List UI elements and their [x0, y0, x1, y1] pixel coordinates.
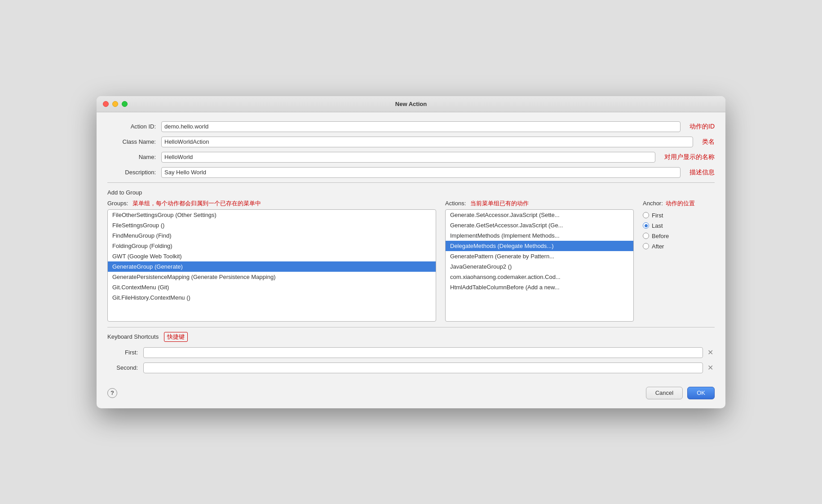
name-input[interactable]: [161, 152, 655, 163]
list-item[interactable]: FileOtherSettingsGroup (Other Settings): [108, 210, 436, 220]
class-name-label: Class Name:: [107, 138, 161, 145]
class-name-row: Class Name: 类名: [107, 137, 715, 147]
anchor-radio-before[interactable]: Before: [643, 233, 715, 239]
anchor-radio-last[interactable]: Last: [643, 222, 715, 229]
divider-1: [107, 182, 715, 183]
shortcuts-header: Keyboard Shortcuts 快捷键: [107, 332, 715, 342]
shortcut-first-clear[interactable]: ✕: [706, 348, 715, 357]
action-id-input[interactable]: [161, 121, 681, 132]
list-item[interactable]: ImplementMethods (Implement Methods...: [446, 230, 633, 241]
description-input[interactable]: [161, 167, 681, 178]
actions-annotation: 当前菜单组已有的动作: [470, 199, 529, 208]
list-item[interactable]: GeneratePattern (Generate by Pattern...: [446, 251, 633, 261]
cancel-button[interactable]: Cancel: [646, 387, 683, 399]
list-item-selected[interactable]: GenerateGroup (Generate): [108, 261, 436, 272]
anchor-label: Anchor:: [643, 200, 663, 207]
list-item[interactable]: FileSettingsGroup (): [108, 220, 436, 230]
radio-circle-before: [643, 233, 649, 239]
class-name-annotation: 类名: [702, 138, 715, 146]
name-annotation: 对用户显示的名称: [664, 153, 715, 161]
anchor-radio-after[interactable]: After: [643, 243, 715, 250]
shortcut-second-clear[interactable]: ✕: [706, 363, 715, 372]
list-item[interactable]: Generate.GetSetAccessor.JavaScript (Ge..…: [446, 220, 633, 230]
list-item[interactable]: Git.ContextMenu (Git): [108, 282, 436, 292]
maximize-button[interactable]: [122, 101, 128, 107]
main-window: New Action Action ID: 动作的ID Class Name: …: [97, 96, 725, 408]
list-item[interactable]: com.xiaohansong.codemaker.action.Cod...: [446, 272, 633, 282]
dialog-content: Action ID: 动作的ID Class Name: 类名 Name: 对用…: [97, 112, 725, 408]
divider-2: [107, 327, 715, 327]
groups-actions-row: Groups: 菜单组，每个动作都会归属到一个已存在的菜单中 FileOther…: [107, 199, 715, 322]
groups-panel: Groups: 菜单组，每个动作都会归属到一个已存在的菜单中 FileOther…: [107, 199, 436, 322]
anchor-radio-group: First Last Before After: [643, 209, 715, 252]
shortcut-second-label: Second:: [107, 364, 143, 371]
list-item[interactable]: FindMenuGroup (Find): [108, 230, 436, 241]
shortcuts-section: Keyboard Shortcuts 快捷键 First: ✕ Second: …: [107, 332, 715, 373]
anchor-panel: Anchor: 动作的位置 First Last Before: [643, 199, 715, 252]
action-id-row: Action ID: 动作的ID: [107, 121, 715, 132]
actions-header: Actions: 当前菜单组已有的动作: [445, 199, 634, 208]
radio-circle-first: [643, 212, 649, 218]
list-item-selected[interactable]: DelegateMethods (Delegate Methods...): [446, 241, 633, 251]
groups-listbox[interactable]: FileOtherSettingsGroup (Other Settings) …: [107, 209, 436, 322]
add-to-group-label: Add to Group: [107, 189, 715, 196]
groups-label: Groups:: [107, 200, 128, 207]
list-item[interactable]: Git.FileHistory.ContextMenu (): [108, 292, 436, 303]
shortcut-second-input[interactable]: [143, 363, 703, 373]
shortcuts-label: Keyboard Shortcuts: [107, 333, 159, 340]
description-label: Description:: [107, 169, 161, 176]
window-title: New Action: [395, 101, 427, 107]
radio-circle-after: [643, 243, 649, 249]
name-row: Name: 对用户显示的名称: [107, 152, 715, 163]
list-item[interactable]: JavaGenerateGroup2 (): [446, 261, 633, 272]
description-row: Description: 描述信息: [107, 167, 715, 178]
list-item[interactable]: GeneratePersistenceMapping (Generate Per…: [108, 272, 436, 282]
list-item[interactable]: HtmlAddTableColumnBefore (Add a new...: [446, 282, 633, 292]
minimize-button[interactable]: [112, 101, 118, 107]
radio-label-first: First: [652, 212, 663, 219]
traffic-lights: [103, 101, 128, 107]
shortcut-first-row: First: ✕: [107, 347, 715, 358]
class-name-input[interactable]: [161, 137, 693, 147]
radio-label-after: After: [652, 243, 664, 250]
help-button[interactable]: ?: [107, 388, 117, 398]
shortcut-second-row: Second: ✕: [107, 363, 715, 373]
list-item[interactable]: GWT (Google Web Toolkit): [108, 251, 436, 261]
actions-label: Actions:: [445, 200, 466, 207]
anchor-radio-first[interactable]: First: [643, 212, 715, 219]
actions-panel: Actions: 当前菜单组已有的动作 Generate.SetAccessor…: [445, 199, 634, 322]
footer-buttons: Cancel OK: [646, 387, 715, 399]
shortcuts-annotation: 快捷键: [164, 332, 188, 342]
anchor-annotation: 动作的位置: [666, 199, 695, 208]
shortcut-first-label: First:: [107, 349, 143, 356]
titlebar: New Action: [97, 96, 725, 112]
anchor-header: Anchor: 动作的位置: [643, 199, 715, 208]
description-annotation: 描述信息: [689, 168, 715, 177]
radio-label-before: Before: [652, 233, 669, 239]
shortcut-first-input[interactable]: [143, 347, 703, 358]
action-id-annotation: 动作的ID: [689, 123, 715, 131]
list-item[interactable]: Generate.SetAccessor.JavaScript (Sette..…: [446, 210, 633, 220]
groups-header: Groups: 菜单组，每个动作都会归属到一个已存在的菜单中: [107, 199, 436, 208]
action-id-label: Action ID:: [107, 123, 161, 130]
footer: ? Cancel OK: [107, 382, 715, 399]
name-label: Name:: [107, 154, 161, 160]
groups-annotation: 菜单组，每个动作都会归属到一个已存在的菜单中: [133, 199, 261, 208]
radio-circle-last: [643, 222, 649, 229]
list-item[interactable]: FoldingGroup (Folding): [108, 241, 436, 251]
ok-button[interactable]: OK: [687, 387, 715, 399]
close-button[interactable]: [103, 101, 109, 107]
actions-listbox[interactable]: Generate.SetAccessor.JavaScript (Sette..…: [445, 209, 634, 322]
radio-label-last: Last: [652, 222, 663, 229]
